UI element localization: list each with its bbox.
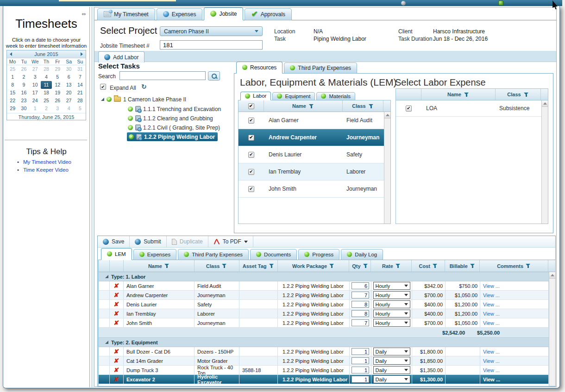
tab-my-timesheet[interactable]: My Timesheet [97, 8, 155, 20]
tab-lem[interactable]: LEM [101, 248, 132, 260]
search-input[interactable] [119, 71, 206, 80]
to-pdf-button[interactable]: To PDF [208, 236, 253, 247]
tab-daily-log[interactable]: Daily Log [341, 249, 383, 260]
calendar-prev-icon[interactable] [10, 52, 12, 56]
grid-row-selected[interactable]: Excavator 2 Hydrolic Excavator 1.2.2 Pip… [99, 375, 555, 384]
rate-select[interactable]: Hourly [373, 291, 410, 299]
rate-select[interactable]: Daily [373, 348, 410, 355]
scrollbar[interactable] [549, 272, 555, 386]
calendar-day[interactable]: 23 [18, 97, 29, 105]
calendar-day[interactable]: 2 [18, 73, 29, 81]
grid-row[interactable]: Alan Garner Field Audit 1.2.2 Piping Wel… [99, 281, 555, 291]
calendar-day[interactable]: 5 [52, 73, 63, 81]
calendar-day[interactable]: 27 [30, 65, 41, 73]
delete-row-icon[interactable] [113, 376, 119, 383]
calendar-day[interactable]: 19 [52, 89, 63, 97]
rate-select[interactable]: Hourly [373, 310, 410, 317]
scrollbar-up-icon[interactable] [542, 100, 548, 107]
rate-select[interactable]: Daily [373, 357, 410, 365]
calendar-day[interactable]: 4 [41, 73, 52, 81]
delete-row-icon[interactable] [113, 367, 119, 373]
tab-approvals[interactable]: Approvals [245, 8, 292, 20]
filter-icon[interactable] [470, 263, 475, 268]
view-comments-link[interactable]: View ... [483, 283, 500, 289]
calendar-day[interactable]: 3 [52, 105, 63, 112]
view-comments-link[interactable]: View ... [483, 367, 500, 373]
expand-all-checkbox[interactable] [100, 84, 106, 90]
calendar-day[interactable]: 22 [7, 97, 18, 105]
grid-row[interactable]: Cat 14m Grader Motor Grader 1.2.2 Piping… [99, 356, 555, 366]
tab-third-party-expenses[interactable]: Third Party Expenses [284, 62, 357, 74]
rate-select[interactable]: Daily [373, 375, 410, 383]
lem-row[interactable]: Denis Laurier Safety [239, 146, 390, 163]
row-checkbox[interactable] [406, 106, 412, 112]
calendar-day[interactable]: 18 [41, 89, 52, 97]
calendar-day[interactable]: 28 [75, 97, 86, 105]
qty-input[interactable]: 1 [352, 376, 369, 383]
calendar-day[interactable]: 1 [30, 105, 41, 112]
group-row-labor[interactable]: Type: 1. Labor [99, 272, 555, 281]
delete-row-icon[interactable] [113, 301, 119, 308]
lem-row[interactable]: John Smith Journeyman [239, 180, 390, 198]
qty-input[interactable]: 8 [352, 301, 369, 308]
calendar-day[interactable]: 15 [7, 89, 18, 97]
filter-icon[interactable] [524, 92, 529, 97]
filter-icon[interactable] [309, 104, 314, 109]
calendar-day[interactable]: 2 [41, 105, 52, 112]
select-all-checkbox[interactable] [248, 103, 254, 109]
tree-node-task[interactable]: 1.1.1 Trenching and Excavation [128, 105, 221, 113]
calendar-day[interactable]: 21 [75, 89, 86, 97]
tab-resources[interactable]: Resources [236, 62, 282, 74]
row-checkbox[interactable] [248, 135, 254, 141]
grid-row[interactable]: Denis Laurier Safety 1.2.2 Piping Weldin… [99, 300, 555, 309]
filter-icon[interactable] [222, 263, 227, 268]
view-comments-link[interactable]: View ... [483, 311, 500, 317]
qty-input[interactable]: 7 [352, 319, 369, 326]
navbar-status-icon[interactable] [498, 0, 503, 6]
calendar-next-icon[interactable] [81, 52, 83, 56]
calendar-day[interactable]: 13 [63, 81, 74, 89]
calendar-day[interactable]: 30 [18, 105, 29, 112]
my-timesheet-video-link[interactable]: My Timesheet Video [23, 159, 71, 165]
calendar-day[interactable]: 27 [63, 97, 74, 105]
scrollbar-up-icon[interactable] [549, 272, 555, 279]
group-row-equipment[interactable]: Type: 2. Equipment [99, 338, 555, 347]
grid-row[interactable]: Ian Tremblay Laborer 1.2.2 Piping Weldin… [99, 309, 555, 318]
delete-row-icon[interactable] [113, 282, 119, 289]
tab-detail-third-party[interactable]: Third Party Expenses [178, 249, 249, 260]
delete-row-icon[interactable] [113, 348, 119, 355]
calendar-day[interactable]: 9 [18, 81, 29, 89]
row-checkbox[interactable] [248, 186, 254, 192]
tab-materials[interactable]: Materials [316, 92, 355, 100]
filter-icon[interactable] [464, 92, 469, 97]
calendar-day[interactable]: 28 [41, 65, 52, 73]
qty-input[interactable]: 6 [352, 282, 369, 289]
calendar-day-selected[interactable]: 11 [41, 81, 52, 89]
grid-row[interactable]: Dump Truck 3 Rock Truck - 40 Ton 3588-18… [99, 366, 555, 375]
filter-icon[interactable] [269, 263, 274, 268]
scrollbar-up-icon[interactable] [384, 112, 390, 118]
calendar-day[interactable]: 31 [75, 65, 86, 73]
tree-node-task[interactable]: 1.2.1 Civil ( Grading, Site Prep) [128, 123, 220, 132]
calendar-day[interactable]: 16 [18, 89, 29, 97]
calendar-day[interactable]: 10 [30, 81, 41, 89]
labor-expense-row[interactable]: LOA Subsistence [396, 100, 548, 117]
view-comments-link[interactable]: View ... [483, 292, 500, 298]
calendar-day[interactable]: 12 [52, 81, 63, 89]
duplicate-button[interactable]: Duplicate [167, 236, 208, 247]
lem-row[interactable]: Ian Tremblay Laborer [239, 163, 390, 180]
calendar-day[interactable]: 24 [30, 97, 41, 105]
delete-row-icon[interactable] [113, 319, 119, 326]
calendar-day[interactable]: 7 [75, 73, 86, 81]
tab-jobsite[interactable]: Jobsite [204, 7, 243, 20]
refresh-icon[interactable] [141, 82, 147, 91]
calendar-day[interactable]: 30 [63, 65, 74, 73]
filter-icon[interactable] [369, 104, 374, 109]
qty-input[interactable]: 7 [352, 292, 369, 299]
calendar-day[interactable]: 1 [7, 73, 18, 81]
row-checkbox[interactable] [248, 169, 254, 175]
tab-progress[interactable]: Progress [298, 249, 339, 260]
search-button[interactable] [208, 71, 220, 81]
row-checkbox[interactable] [248, 152, 254, 158]
tree-node-root[interactable]: 1 Cameron Lake Phase II [101, 95, 186, 104]
